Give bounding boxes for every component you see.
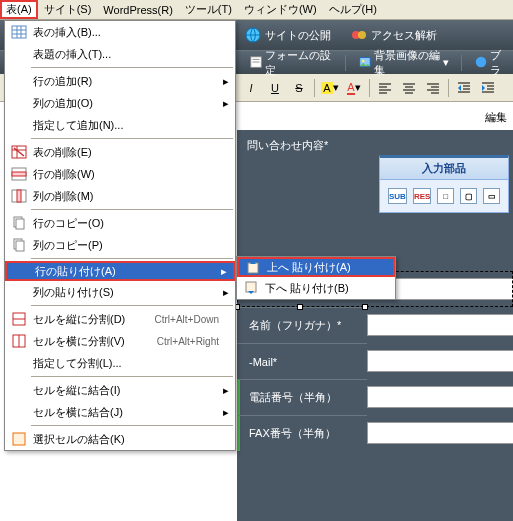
- svg-point-8: [475, 56, 486, 67]
- palette-item-text[interactable]: □: [437, 188, 454, 204]
- split-h-icon: [9, 331, 29, 351]
- svg-rect-45: [16, 241, 24, 251]
- text-input[interactable]: [367, 422, 513, 444]
- field-label: -Mail*: [237, 343, 367, 379]
- merge-icon: [9, 429, 29, 449]
- svg-point-7: [362, 59, 365, 62]
- text-input[interactable]: [367, 314, 513, 336]
- globe-icon: [245, 27, 261, 43]
- delete-col-icon: [9, 186, 29, 206]
- mi-add-col[interactable]: 列の追加(O)▸: [5, 92, 235, 114]
- analytics-label: アクセス解析: [371, 28, 437, 43]
- copy-icon: [9, 213, 29, 233]
- publish-site-button[interactable]: サイトの公開: [245, 27, 331, 43]
- form-row[interactable]: 電話番号（半角）: [237, 379, 513, 415]
- menu-site[interactable]: サイト(S): [38, 0, 98, 19]
- mi-merge-h[interactable]: セルを横に結合(J)▸: [5, 401, 235, 423]
- palette-item-sub[interactable]: SUB: [388, 188, 407, 204]
- bgcolor-button[interactable]: A▾: [319, 77, 341, 99]
- copy-icon: [9, 235, 29, 255]
- svg-rect-29: [12, 26, 26, 38]
- paste-up-icon: [243, 257, 263, 277]
- svg-rect-39: [12, 172, 26, 176]
- menu-help[interactable]: ヘルプ(H): [323, 0, 383, 19]
- mi-del-row[interactable]: 行の削除(W): [5, 163, 235, 185]
- chevron-right-icon: ▸: [223, 384, 229, 397]
- delete-table-icon: [9, 142, 29, 162]
- mi-add-spec[interactable]: 指定して追加(N)...: [5, 114, 235, 136]
- indent-out-button[interactable]: [453, 77, 475, 99]
- mi-del-table[interactable]: 表の削除(E): [5, 141, 235, 163]
- chevron-right-icon: ▸: [221, 265, 227, 278]
- textcolor-button[interactable]: A▾: [343, 77, 365, 99]
- image-icon: [358, 55, 372, 71]
- menu-window[interactable]: ウィンドウ(W): [238, 0, 323, 19]
- table-menu-dropdown: 表の挿入(B)... 表題の挿入(T)... 行の追加(R)▸ 列の追加(O)▸…: [4, 20, 236, 451]
- analytics-button[interactable]: アクセス解析: [351, 27, 437, 43]
- mi-insert-table[interactable]: 表の挿入(B)...: [5, 21, 235, 43]
- publish-label: サイトの公開: [265, 28, 331, 43]
- italic-button[interactable]: I: [240, 77, 262, 99]
- form-icon: [249, 55, 263, 71]
- mi-paste-col[interactable]: 列の貼り付け(S)▸: [5, 281, 235, 303]
- mi-copy-col[interactable]: 列のコピー(P): [5, 234, 235, 256]
- svg-rect-50: [13, 433, 25, 445]
- input-parts-palette[interactable]: 入力部品 SUB RES □ ▢ ▭: [379, 155, 509, 213]
- menu-wordpress[interactable]: WordPress(R): [97, 2, 178, 18]
- mi-insert-caption[interactable]: 表題の挿入(T)...: [5, 43, 235, 65]
- palette-item-field[interactable]: ▭: [483, 188, 500, 204]
- text-input[interactable]: [367, 350, 513, 372]
- indent-in-button[interactable]: [477, 77, 499, 99]
- field-label: FAX番号（半角）: [237, 415, 367, 451]
- svg-point-2: [358, 31, 366, 39]
- align-right-button[interactable]: [422, 77, 444, 99]
- mi-split-h[interactable]: セルを横に分割(V)Ctrl+Alt+Right: [5, 330, 235, 352]
- strike-button[interactable]: S: [288, 77, 310, 99]
- browser-button[interactable]: ブラ: [470, 48, 513, 78]
- field-label: 名前（フリガナ）*: [237, 307, 367, 343]
- form-row[interactable]: -Mail*: [237, 343, 513, 379]
- text-input[interactable]: [367, 386, 513, 408]
- form-row[interactable]: FAX番号（半角）: [237, 415, 513, 451]
- chevron-right-icon: ▸: [223, 286, 229, 299]
- mi-paste-row[interactable]: 行の貼り付け(A)▸: [5, 261, 235, 281]
- table-icon: [9, 22, 29, 42]
- edit-button[interactable]: 編集: [485, 110, 507, 125]
- split-v-icon: [9, 309, 29, 329]
- chevron-right-icon: ▸: [223, 75, 229, 88]
- underline-button[interactable]: U: [264, 77, 286, 99]
- svg-rect-43: [16, 219, 24, 229]
- chevron-right-icon: ▸: [223, 406, 229, 419]
- menu-tools[interactable]: ツール(T): [179, 0, 238, 19]
- mi-paste-above[interactable]: 上へ 貼り付け(A): [237, 257, 395, 277]
- mi-paste-below[interactable]: 下へ 貼り付け(B): [237, 277, 395, 299]
- menu-table[interactable]: 表(A): [0, 0, 38, 19]
- field-label: 電話番号（半角）: [237, 379, 367, 415]
- form-row[interactable]: 名前（フリガナ）*: [237, 307, 513, 343]
- mi-merge-v[interactable]: セルを縦に結合(I)▸: [5, 379, 235, 401]
- svg-rect-51: [248, 263, 258, 273]
- mi-merge-sel[interactable]: 選択セルの結合(K): [5, 428, 235, 450]
- paste-row-submenu: 上へ 貼り付け(A) 下へ 貼り付け(B): [236, 256, 396, 300]
- paste-down-icon: [241, 278, 261, 298]
- chevron-right-icon: ▸: [223, 97, 229, 110]
- svg-rect-41: [17, 190, 21, 202]
- align-left-button[interactable]: [374, 77, 396, 99]
- mi-split-v[interactable]: セルを縦に分割(D)Ctrl+Alt+Down: [5, 308, 235, 330]
- mi-del-col[interactable]: 列の削除(M): [5, 185, 235, 207]
- mi-copy-row[interactable]: 行のコピー(O): [5, 212, 235, 234]
- palette-item-res[interactable]: RES: [413, 188, 431, 204]
- bg-edit-button[interactable]: 背景画像の編集 ▾: [354, 48, 453, 78]
- mi-split-spec[interactable]: 指定して分割(L)...: [5, 352, 235, 374]
- analytics-icon: [351, 27, 367, 43]
- align-center-button[interactable]: [398, 77, 420, 99]
- menubar: 表(A) サイト(S) WordPress(R) ツール(T) ウィンドウ(W)…: [0, 0, 513, 20]
- svg-rect-52: [246, 282, 256, 292]
- palette-item-area[interactable]: ▢: [460, 188, 477, 204]
- form-settings-button[interactable]: フォームの設定: [245, 48, 337, 78]
- browser-icon: [474, 55, 488, 71]
- delete-row-icon: [9, 164, 29, 184]
- palette-title: 入力部品: [380, 158, 508, 180]
- chevron-down-icon: ▾: [443, 56, 449, 69]
- mi-add-row[interactable]: 行の追加(R)▸: [5, 70, 235, 92]
